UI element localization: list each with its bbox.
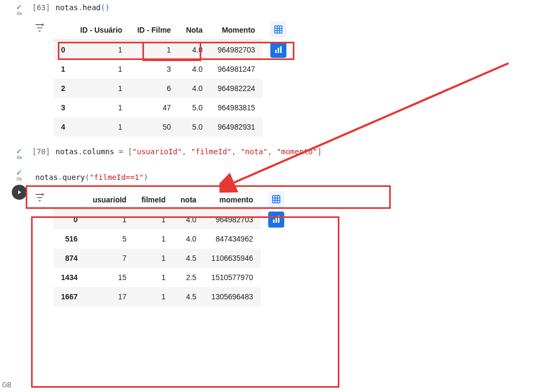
cell-output: ID - Usuário ID - Filme Nota Momento 0 1… <box>32 20 538 137</box>
table-cell: 964983815 <box>210 98 263 117</box>
table-index: 1667 <box>54 287 85 306</box>
cell-gutter: ✓ 0s <box>6 2 32 137</box>
table-cell: 964982224 <box>210 79 263 98</box>
table-cell: 4.0 <box>173 210 204 230</box>
svg-rect-0 <box>275 26 282 33</box>
code-cell: ✓ 0s notas.query("filmeId==1") <box>0 165 538 311</box>
table-index: 0 <box>54 40 73 60</box>
exec-count: [63] <box>32 2 50 12</box>
table-col-header: ID - Filme <box>130 20 178 40</box>
table-col-header: nota <box>173 190 204 210</box>
table-row: 1667 17 1 4.5 1305696483 <box>54 287 261 306</box>
executed-check-icon: ✓ <box>16 3 22 11</box>
exec-count: [70] <box>32 146 50 156</box>
run-cell-icon[interactable] <box>12 185 27 200</box>
table-cell: 1 <box>73 40 130 60</box>
table-index: 516 <box>54 229 85 248</box>
table-cell: 1 <box>73 59 130 79</box>
table-cell: 1 <box>134 287 173 306</box>
table-cell: 1 <box>73 117 130 137</box>
table-cell: 4.5 <box>173 287 204 306</box>
table-cell: 1 <box>130 40 178 60</box>
table-cell: 1 <box>73 98 130 117</box>
executed-check-icon: ✓ <box>16 169 22 176</box>
quick-chart-icon[interactable] <box>268 212 284 228</box>
table-row: 0 1 1 4.0 964982703 <box>54 40 263 60</box>
table-cell: 964982703 <box>204 210 261 230</box>
table-cell: 847434962 <box>204 229 261 248</box>
table-cell: 1 <box>134 210 173 230</box>
table-row: 2 1 6 4.0 964982224 <box>54 79 263 98</box>
code-input[interactable]: notas.head() <box>56 2 110 12</box>
svg-rect-2 <box>277 48 279 53</box>
table-cell: 5 <box>85 229 134 248</box>
table-cell: 1305696483 <box>204 287 261 306</box>
table-cell: 3 <box>130 59 178 79</box>
table-cell: 5.0 <box>178 117 210 137</box>
table-row: 1 1 3 4.0 964981247 <box>54 59 263 79</box>
variable-filter-icon[interactable] <box>32 190 47 205</box>
table-cell: 1 <box>134 268 173 287</box>
svg-rect-6 <box>275 217 277 223</box>
table-cell: 964982931 <box>210 117 263 137</box>
dataframe-output: usuarioId filmeId nota momento 0 1 1 4.0 <box>54 190 261 306</box>
table-cell: 964981247 <box>210 59 263 79</box>
table-index: 0 <box>54 210 85 230</box>
table-index: 874 <box>54 248 85 268</box>
svg-rect-7 <box>278 216 279 223</box>
cell-gutter: ✓ 0s <box>6 146 32 160</box>
table-col-header: usuarioId <box>85 190 134 210</box>
table-col-header: ID - Usuário <box>73 20 130 40</box>
table-index: 3 <box>54 98 73 117</box>
table-cell: 4.0 <box>178 59 210 79</box>
svg-rect-4 <box>272 195 280 203</box>
code-cell: ✓ 0s [63] notas.head() I <box>0 0 538 141</box>
executed-check-icon: ✓ <box>16 147 22 155</box>
table-col-header: filmeId <box>134 190 173 210</box>
code-input[interactable]: notas.columns = ["usuarioId", "filmeId",… <box>56 146 322 156</box>
table-cell: 7 <box>85 248 134 268</box>
table-cell: 47 <box>130 98 178 117</box>
quick-chart-icon[interactable] <box>270 42 286 58</box>
code-input[interactable]: notas.query("filmeId==1") <box>35 172 148 182</box>
svg-rect-5 <box>273 220 275 223</box>
table-index-header <box>54 20 73 40</box>
svg-rect-1 <box>275 50 277 53</box>
cell-output: usuarioId filmeId nota momento 0 1 1 4.0 <box>32 190 538 306</box>
table-cell: 5.0 <box>178 98 210 117</box>
table-index-header <box>54 190 85 210</box>
table-cell: 1 <box>85 210 134 230</box>
cell-gutter: ✓ 0s <box>6 168 32 306</box>
exec-timing: 0s <box>17 11 22 16</box>
table-row: 874 7 1 4.5 1106635946 <box>54 248 261 268</box>
table-index: 1434 <box>54 268 85 287</box>
table-cell: 50 <box>130 117 178 137</box>
table-cell: 1106635946 <box>204 248 261 268</box>
table-col-header: Nota <box>178 20 210 40</box>
exec-timing: 0s <box>17 155 22 160</box>
interactive-table-icon[interactable] <box>268 191 284 207</box>
table-row: 516 5 1 4.0 847434962 <box>54 229 261 248</box>
interactive-table-icon[interactable] <box>270 21 286 37</box>
table-index: 4 <box>54 117 73 137</box>
table-cell: 4.0 <box>178 40 210 60</box>
table-row: 4 1 50 5.0 964982931 <box>54 117 263 137</box>
table-row: 0 1 1 4.0 964982703 <box>54 210 261 230</box>
variable-filter-icon[interactable] <box>32 20 47 35</box>
code-cell: ✓ 0s [70] notas.columns = ["usuarioId", … <box>0 141 538 165</box>
table-cell: 964982703 <box>210 40 263 60</box>
table-cell: 1 <box>73 79 130 98</box>
table-cell: 2.5 <box>173 268 204 287</box>
table-cell: 1510577970 <box>204 268 261 287</box>
table-cell: 15 <box>85 268 134 287</box>
svg-rect-3 <box>280 46 282 53</box>
table-index: 2 <box>54 79 73 98</box>
table-cell: 4.0 <box>178 79 210 98</box>
table-cell: 4.0 <box>173 229 204 248</box>
table-col-header: Momento <box>210 20 263 40</box>
dataframe-output: ID - Usuário ID - Filme Nota Momento 0 1… <box>54 20 263 137</box>
exec-timing: 0s <box>17 176 22 182</box>
table-cell: 4.5 <box>173 248 204 268</box>
table-cell: 1 <box>134 229 173 248</box>
table-col-header: momento <box>204 190 261 210</box>
